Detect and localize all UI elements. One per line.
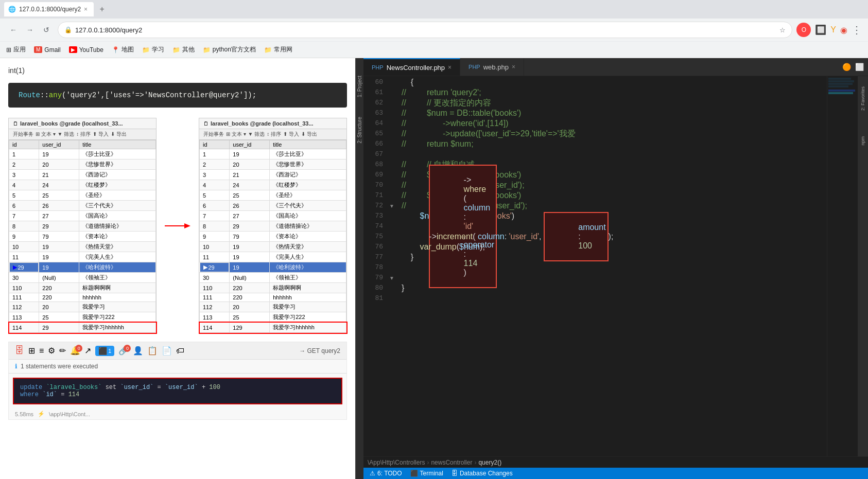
php-icon-1: PHP [372,64,384,70]
toolbar-text-r[interactable]: ⊞ 文本 ▾ [226,131,246,138]
route-code-block: Route::any('query2',['uses'=>'NewsContro… [8,83,347,108]
bookmark-apps[interactable]: ⊞ 应用 [6,45,26,54]
bookmark-youtube[interactable]: ▶ YouTube [69,46,103,54]
list-icon[interactable]: ≡ [39,346,44,356]
table-row: 11220我爱学习 [200,302,346,312]
star-icon[interactable]: ☆ [779,26,786,34]
col-title-right: title [270,140,346,149]
breadcrumb-app[interactable]: \App\Http\Controllers [368,459,425,466]
line-num-64: 64 [363,118,389,129]
filter-icon[interactable]: ⚙ [48,346,55,356]
structure-tab[interactable]: 2: Structure [356,115,363,146]
toolbar-sort[interactable]: ↕ 排序 [76,131,91,138]
line-num-80: 80 [363,283,389,293]
extension-icon2[interactable]: Y [830,25,836,34]
share-icon[interactable]: ↗ [84,346,91,356]
copy-icon[interactable]: 📋 [147,346,158,356]
todo-label: 6: TODO [377,470,402,477]
toolbar-filter-r[interactable]: ▼ 筛选 [248,131,265,138]
arrow-connector [165,118,190,333]
minimap-content [827,76,858,96]
line-num-68: 68 [363,159,389,170]
bookmark-common-label: 常用网 [274,45,292,54]
tab-close-2[interactable]: × [512,63,515,70]
todo-icon: ⚠ [370,470,375,477]
bookmark-gmail[interactable]: M Gmail [34,46,61,54]
db-label: Database Changes [460,470,513,477]
chrome-icon[interactable]: 🟠 [842,63,851,71]
code-line-64: // ->where('id',[114]) [402,118,827,129]
bookmark-maps-label: 地图 [121,45,134,54]
line-num-70: 70 [363,180,389,190]
status-db[interactable]: 🗄 Database Changes [452,470,513,477]
bookmark-common[interactable]: 📁 常用网 [264,45,292,54]
gmail-icon: M [34,46,42,53]
db-icon-right: 🗒 [203,121,209,127]
tab-web[interactable]: PHP web.php × [460,58,524,76]
toolbar-start-tx-r[interactable]: 开始事务 [203,131,224,138]
extension-icon1[interactable]: 🔲 [815,24,826,36]
table-row: 727《国高论》 [200,211,346,221]
vertical-tabs-panel: 1: Project 2: Structure [355,58,363,479]
bookmark-study[interactable]: 📁 学习 [142,45,164,54]
toolbar-export[interactable]: ⬇ 导出 [111,131,127,138]
toolbar-filter[interactable]: ▼ 筛选 [58,131,75,138]
forward-button[interactable]: → [23,23,37,37]
address-icons: O 🔲 Y ◉ ⋮ [796,23,862,37]
toolbar-import[interactable]: ⬆ 导入 [93,131,109,138]
execute-badge[interactable]: ⬛ 1 [95,346,114,356]
favorites-tab[interactable]: 2: Favorites [860,86,865,111]
db-panel-header-left: 🗒 laravel_books @grade (localhost_33... [9,118,156,129]
back-button[interactable]: ← [6,23,21,37]
reload-button[interactable]: ↺ [39,23,54,37]
project-tab[interactable]: 1: Project [356,74,363,99]
sql-panel: 🗄 ⊞ ≡ ⚙ ✏ 🔔 0 ↗ ⬛ 1 🔗 0 👤 [8,342,347,420]
nav-buttons: ← → ↺ [6,23,54,37]
db-toolbar-right[interactable]: 开始事务 ⊞ 文本 ▾ ▼ 筛选 ↕ 排序 ⬆ 导入 ⬇ 导出 [199,129,346,140]
table-row: 979《资本论》 [200,232,346,242]
db-run-icon: ⬛ [98,347,107,355]
tag-icon[interactable]: 🏷 [176,346,184,356]
toolbar-import-r[interactable]: ⬆ 导入 [283,131,299,138]
edit-icon[interactable]: ✏ [59,346,66,356]
badge-0-2: 0 [124,345,131,352]
sql-query-box: update `laravel_books` set `user_id` = `… [13,378,342,404]
bookmark-maps[interactable]: 📍 地图 [112,45,134,54]
db-toolbar-left[interactable]: 开始事务 ⊞ 文本 ▾ ▼ 筛选 ↕ 排序 ⬆ 导入 ⬇ 导出 [9,129,156,140]
bookmark-study-label: 学习 [152,45,164,54]
paste-icon[interactable]: 📄 [162,346,172,356]
db-panel-title-left: laravel_books @grade (localhost_33... [20,120,123,127]
bookmark-other[interactable]: 📁 其他 [172,45,195,54]
toolbar-export-r[interactable]: ⬇ 导出 [301,131,317,138]
breadcrumb-method[interactable]: query2() [478,459,501,466]
tab-close-1[interactable]: × [448,64,452,71]
main-area: int(1) Route::any('query2',['uses'=>'New… [0,58,868,479]
menu-icon[interactable]: ⋮ [852,24,862,36]
sql-path: \app\Http\Cont... [49,411,90,417]
npm-tab[interactable]: npm [860,136,865,146]
editor-main: 60 61 62 63 64 65 66 67 68 69 70 71 72 7… [363,76,868,456]
row-indicator-right: ▶ [203,264,207,271]
status-todo[interactable]: ⚠ 6: TODO [370,470,402,477]
col-title-left: title [79,140,156,149]
breadcrumb-controller[interactable]: newsController [431,459,472,466]
split-icon[interactable]: ⬜ [855,63,864,71]
status-bar: ⚠ 6: TODO ⬛ Terminal 🗄 Database Changes [363,468,868,479]
new-tab-button[interactable]: + [96,3,108,15]
user-icon[interactable]: 👤 [133,346,143,356]
page-favicon: 🌐 [8,6,16,13]
extension-icon3[interactable]: ◉ [840,25,847,35]
status-terminal[interactable]: ⬛ Terminal [410,470,443,477]
address-bar[interactable]: 🔒 127.0.0.1:8000/query2 ☆ [58,22,792,38]
grid-icon[interactable]: ⊞ [28,346,35,356]
toolbar-text[interactable]: ⊞ 文本 ▾ [36,131,56,138]
tab-newscontroller[interactable]: PHP NewsController.php × [363,58,460,76]
tab-close[interactable]: × [84,6,88,13]
youtube-icon: ▶ [69,46,77,53]
toolbar-sort-r[interactable]: ↕ 排序 [267,131,281,138]
toolbar-start-tx[interactable]: 开始事务 [13,131,33,138]
code-content[interactable]: { // return 'query2'; // // 更改指定的内容 // $… [397,76,827,456]
db-icon[interactable]: 🗄 [15,345,24,356]
bookmark-python[interactable]: 📁 python官方文档 [203,45,256,54]
browser-chrome: 🌐 127.0.0.1:8000/query2 × + ← → ↺ 🔒 127.… [0,0,868,58]
